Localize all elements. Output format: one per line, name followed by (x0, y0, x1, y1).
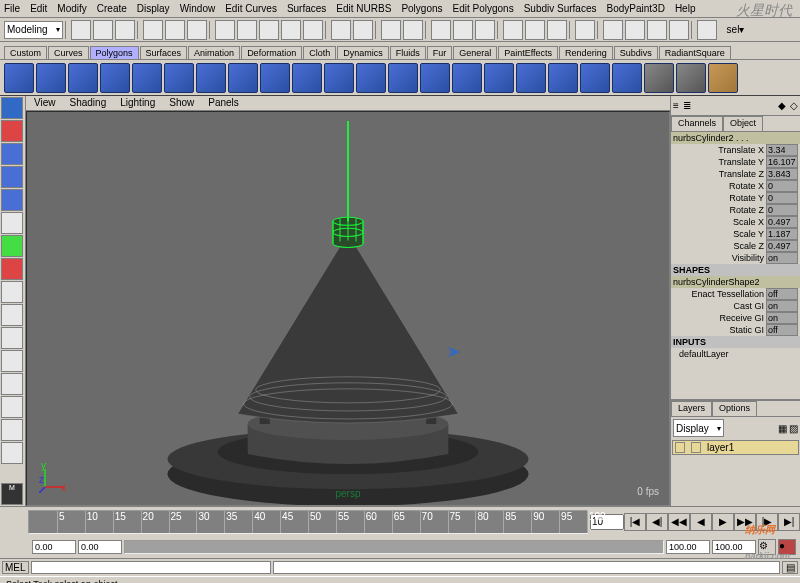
3d-viewport[interactable]: yxz 0 fps persp ➤ (26, 111, 670, 506)
paint-select-icon[interactable] (187, 20, 207, 40)
snap-grid-icon[interactable] (215, 20, 235, 40)
attr-tx-value[interactable]: 3.34 (766, 144, 798, 156)
shelf-append-icon[interactable] (580, 63, 610, 93)
new-scene-icon[interactable] (71, 20, 91, 40)
shelf-tab-deformation[interactable]: Deformation (241, 46, 302, 59)
menu-editpolygons[interactable]: Edit Polygons (453, 3, 514, 14)
shelf-tab-surfaces[interactable]: Surfaces (140, 46, 188, 59)
menu-display[interactable]: Display (137, 3, 170, 14)
playback-start[interactable] (78, 540, 122, 554)
shelf-smooth-icon[interactable] (484, 63, 514, 93)
layout6[interactable] (1, 442, 23, 464)
menu-polygons[interactable]: Polygons (401, 3, 442, 14)
attr-rz-value[interactable]: 0 (766, 204, 798, 216)
layout5[interactable] (1, 419, 23, 441)
four-view[interactable] (1, 304, 23, 326)
layer-row[interactable]: layer1 (672, 440, 799, 455)
shelf-platonic-icon[interactable] (356, 63, 386, 93)
snap-plane-icon[interactable] (281, 20, 301, 40)
shelf-tab-fluids[interactable]: Fluids (390, 46, 426, 59)
misc-icon[interactable] (697, 20, 717, 40)
menu-edit[interactable]: Edit (30, 3, 47, 14)
rewind-button[interactable]: |◀ (624, 513, 646, 531)
scale-tool[interactable] (1, 189, 23, 211)
view-menu[interactable]: View (34, 97, 56, 108)
attr-tz-value[interactable]: 3.843 (766, 168, 798, 180)
layers-tab[interactable]: Layers (671, 401, 712, 416)
menu-editcurves[interactable]: Edit Curves (225, 3, 277, 14)
play-button[interactable]: ▶ (712, 513, 734, 531)
menu-help[interactable]: Help (675, 3, 696, 14)
anim2-icon[interactable] (625, 20, 645, 40)
shelf-helix-icon[interactable] (292, 63, 322, 93)
attr-rx-value[interactable]: 0 (766, 180, 798, 192)
time-slider[interactable]: 5101520253035404550556065707580859095100… (0, 506, 800, 536)
attr-vis-value[interactable]: on (766, 252, 798, 264)
lasso-tool[interactable] (1, 120, 23, 142)
range-track[interactable] (124, 540, 664, 554)
layer-options-tab[interactable]: Options (712, 401, 757, 416)
object-tab[interactable]: Object (723, 116, 763, 131)
soft-tool[interactable] (1, 235, 23, 257)
shelf-tab-subdivs[interactable]: Subdivs (614, 46, 658, 59)
attr-sx-value[interactable]: 0.497 (766, 216, 798, 228)
shelf-cut-icon[interactable] (612, 63, 642, 93)
attr-sz-value[interactable]: 0.497 (766, 240, 798, 252)
lasso-icon[interactable] (165, 20, 185, 40)
magnet-icon[interactable] (575, 20, 595, 40)
shelf-tab-animation[interactable]: Animation (188, 46, 240, 59)
shelf-tab-fur[interactable]: Fur (427, 46, 453, 59)
attr-ty-value[interactable]: 16.107 (766, 156, 798, 168)
input-node[interactable]: defaultLayer (671, 348, 800, 360)
shelf-prism-icon[interactable] (196, 63, 226, 93)
shelf-soccer-icon[interactable] (324, 63, 354, 93)
shelf-combine-icon[interactable] (388, 63, 418, 93)
myaa-icon[interactable]: M (1, 483, 23, 505)
shp-cast-value[interactable]: on (766, 300, 798, 312)
timeline-ruler[interactable]: 5101520253035404550556065707580859095100 (28, 510, 588, 534)
last-tool[interactable] (1, 258, 23, 280)
shelf-tab-polygons[interactable]: Polygons (90, 46, 139, 59)
module-selector[interactable]: Modeling (4, 21, 63, 39)
anim3-icon[interactable] (647, 20, 667, 40)
show-menu[interactable]: Show (169, 97, 194, 108)
outliner-icon[interactable] (525, 20, 545, 40)
shelf-ipt-icon[interactable] (708, 63, 738, 93)
shelf-tab-cloth[interactable]: Cloth (303, 46, 336, 59)
snap-live-icon[interactable] (303, 20, 323, 40)
shelf-sphere-icon[interactable] (4, 63, 34, 93)
ipr-icon[interactable] (453, 20, 473, 40)
shelf-tab-radiant[interactable]: RadiantSquare (659, 46, 731, 59)
layer-icon2[interactable]: ▨ (789, 423, 798, 434)
menu-surfaces[interactable]: Surfaces (287, 3, 326, 14)
lighting-menu[interactable]: Lighting (120, 97, 155, 108)
cb-icon3[interactable]: ◆ (778, 100, 786, 111)
layout3[interactable] (1, 373, 23, 395)
anim-icon[interactable] (603, 20, 623, 40)
shelf-cube-icon[interactable] (36, 63, 66, 93)
shelf-torus-icon[interactable] (164, 63, 194, 93)
cb-icon4[interactable]: ◇ (790, 100, 798, 111)
menu-modify[interactable]: Modify (57, 3, 86, 14)
shelf-tab-painteffects[interactable]: PaintEffects (498, 46, 558, 59)
shelf-tab-custom[interactable]: Custom (4, 46, 47, 59)
shape-node[interactable]: nurbsCylinderShape2 (671, 276, 800, 288)
step-back-button[interactable]: ◀| (646, 513, 668, 531)
command-input[interactable] (31, 561, 271, 574)
shelf-tab-rendering[interactable]: Rendering (559, 46, 613, 59)
menu-file[interactable]: File (4, 3, 20, 14)
layout2[interactable] (1, 350, 23, 372)
layer-icon1[interactable]: ▦ (778, 423, 787, 434)
shelf-plane-icon[interactable] (132, 63, 162, 93)
attr-sy-value[interactable]: 1.187 (766, 228, 798, 240)
shp-tess-value[interactable]: off (766, 288, 798, 300)
history-icon[interactable] (331, 20, 351, 40)
open-scene-icon[interactable] (93, 20, 113, 40)
shelf-tab-dynamics[interactable]: Dynamics (337, 46, 389, 59)
layout4[interactable] (1, 396, 23, 418)
anim4-icon[interactable] (669, 20, 689, 40)
manip-tool[interactable] (1, 212, 23, 234)
cb-icon2[interactable]: ≣ (683, 100, 691, 111)
playback-end[interactable] (666, 540, 710, 554)
sel-mask[interactable]: sel▾ (727, 24, 745, 35)
